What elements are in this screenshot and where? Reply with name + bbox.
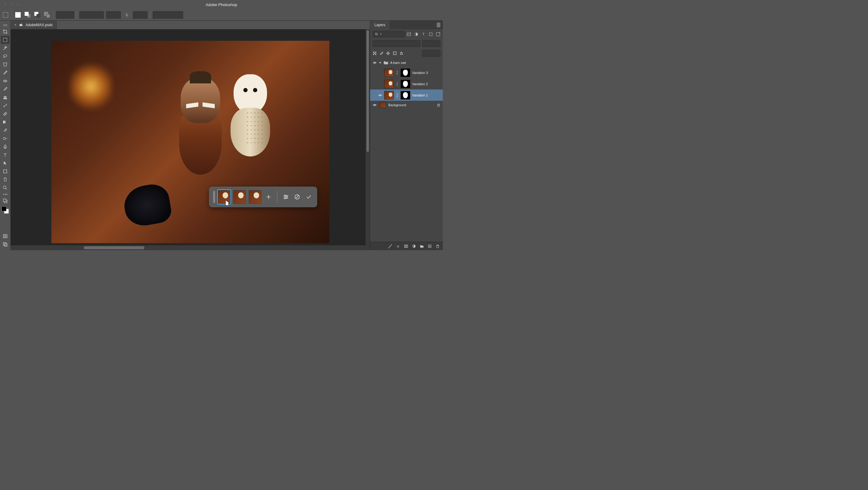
cancel-button[interactable] (293, 192, 302, 201)
settings-button[interactable] (282, 192, 290, 201)
link-layers-button[interactable] (388, 244, 392, 248)
variation-thumbnail-2[interactable] (233, 190, 246, 204)
screen-mode-toggle[interactable] (1, 240, 9, 248)
magic-wand-tool[interactable] (1, 44, 9, 52)
fill-opacity-input[interactable] (422, 50, 440, 57)
swap-dimensions-button[interactable] (123, 11, 130, 19)
lock-artboard-icon[interactable] (393, 51, 397, 55)
layer-filter-type-select[interactable] (373, 31, 405, 37)
visibility-toggle[interactable] (378, 82, 382, 86)
height-input[interactable] (133, 11, 148, 19)
layer-thumbnail[interactable] (384, 80, 394, 88)
layer-thumbnail[interactable] (384, 91, 394, 99)
lasso-tool[interactable] (1, 52, 9, 60)
new-layer-button[interactable] (428, 244, 432, 248)
quick-mask-toggle[interactable] (1, 232, 9, 240)
new-selection-mode[interactable] (14, 11, 22, 19)
filter-adjustment-icon[interactable] (414, 32, 418, 36)
mask-thumbnail[interactable] (401, 80, 410, 88)
layer-thumbnail[interactable] (379, 102, 386, 108)
feather-input[interactable] (56, 11, 74, 19)
accept-button[interactable] (304, 192, 313, 201)
svg-rect-30 (401, 53, 403, 55)
filter-type-icon[interactable]: T (421, 32, 426, 36)
toolbar-drag-handle[interactable] (213, 191, 215, 203)
filter-smartobject-icon[interactable] (436, 32, 440, 36)
path-select-tool[interactable] (1, 159, 9, 167)
svg-rect-10 (3, 235, 7, 238)
variation-thumbnail-3[interactable] (249, 190, 261, 204)
intersect-selection-mode[interactable] (43, 11, 51, 19)
clone-stamp-tool[interactable] (1, 93, 9, 102)
edit-toolbar-button[interactable] (3, 194, 7, 195)
generate-more-button[interactable] (264, 192, 273, 201)
spot-heal-tool[interactable] (1, 77, 9, 85)
type-tool[interactable]: T (1, 151, 9, 159)
eyedropper-tool[interactable] (1, 69, 9, 77)
quick-actions-tool[interactable] (1, 197, 9, 205)
panel-grip[interactable] (3, 24, 7, 26)
marquee-tool[interactable] (1, 36, 9, 44)
brush-tool[interactable] (1, 85, 9, 93)
horizontal-scrollbar[interactable] (11, 245, 370, 250)
filter-pixel-icon[interactable] (407, 32, 411, 36)
layer-list: A barn owl Variation 3 Variation 2 (370, 58, 443, 242)
filter-shape-icon[interactable] (429, 32, 433, 36)
zoom-tool[interactable] (1, 184, 9, 192)
smudge-tool[interactable] (1, 126, 9, 134)
visibility-toggle[interactable] (373, 103, 377, 107)
lock-all-icon[interactable] (399, 51, 404, 55)
mask-thumbnail[interactable] (401, 68, 410, 77)
blend-mode-select[interactable] (373, 40, 420, 47)
document-tab[interactable]: × AdobeMAX.psdc (11, 21, 57, 29)
adjustment-layer-button[interactable] (412, 244, 416, 248)
cursor-pointer-icon (223, 199, 230, 206)
width-input[interactable] (106, 11, 121, 19)
add-mask-button[interactable] (404, 244, 408, 248)
layer-row[interactable]: Variation 1 (370, 89, 443, 101)
disclosure-triangle[interactable] (379, 61, 382, 64)
tool-preset-picker[interactable] (2, 11, 9, 19)
layer-thumbnail[interactable] (384, 68, 394, 77)
gradient-tool[interactable] (1, 118, 9, 126)
background-layer-row[interactable]: Background (370, 101, 443, 109)
subtract-selection-mode[interactable] (34, 11, 41, 19)
lock-transparency-icon[interactable] (373, 51, 377, 55)
add-selection-mode[interactable] (24, 11, 31, 19)
eraser-tool[interactable] (1, 110, 9, 118)
shape-tool[interactable] (1, 167, 9, 175)
foreground-background-colors[interactable] (2, 206, 9, 214)
hand-tool[interactable] (1, 176, 9, 183)
delete-layer-button[interactable] (436, 244, 440, 248)
svg-point-31 (374, 62, 375, 63)
layer-row[interactable]: Variation 2 (370, 78, 443, 89)
separator (277, 191, 277, 203)
layer-style-button[interactable]: fx (396, 244, 400, 248)
layer-group-row[interactable]: A barn owl (370, 58, 443, 67)
new-group-button[interactable] (420, 244, 424, 248)
vertical-scrollbar[interactable] (366, 29, 370, 245)
lock-position-icon[interactable] (386, 51, 390, 55)
visibility-toggle[interactable] (378, 70, 382, 75)
visibility-toggle[interactable] (378, 93, 382, 97)
mask-thumbnail[interactable] (401, 91, 410, 99)
layer-row[interactable]: Variation 3 (370, 67, 443, 78)
mixer-brush-tool[interactable] (1, 102, 9, 110)
maximize-window-button[interactable] (16, 3, 20, 6)
select-and-mask-button[interactable] (153, 11, 183, 19)
panel-menu-button[interactable] (434, 23, 443, 27)
close-window-button[interactable] (4, 3, 7, 6)
lock-pixels-icon[interactable] (379, 51, 383, 55)
crop-tool[interactable] (1, 28, 9, 36)
opacity-input[interactable] (422, 40, 440, 47)
pen-tool[interactable] (1, 143, 9, 151)
perspective-crop-tool[interactable] (1, 61, 9, 68)
dodge-tool[interactable] (1, 135, 9, 142)
visibility-toggle[interactable] (373, 61, 377, 65)
minimize-window-button[interactable] (10, 3, 13, 6)
canvas[interactable] (11, 29, 370, 245)
close-tab-button[interactable]: × (14, 23, 17, 27)
layers-tab[interactable]: Layers (370, 21, 390, 29)
style-select[interactable] (80, 11, 104, 19)
document-image[interactable] (52, 41, 330, 243)
